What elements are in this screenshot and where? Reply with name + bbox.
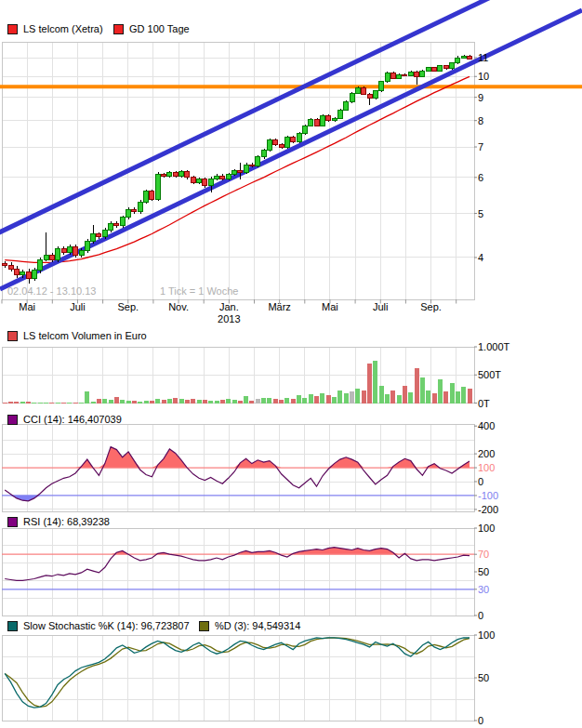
series-swatch-icon bbox=[7, 24, 18, 34]
svg-text:0: 0 bbox=[478, 476, 483, 487]
svg-text:-100: -100 bbox=[478, 490, 498, 501]
legend-gd100: GD 100 Tage bbox=[113, 24, 190, 34]
series-swatch-icon bbox=[199, 621, 209, 631]
svg-text:400: 400 bbox=[478, 420, 495, 431]
svg-text:200: 200 bbox=[478, 448, 495, 459]
stoch-k-line bbox=[5, 638, 470, 708]
svg-text:8: 8 bbox=[478, 115, 483, 126]
series-label: GD 100 Tage bbox=[129, 24, 190, 34]
svg-text:100: 100 bbox=[478, 462, 495, 473]
legend-rsi: RSI (14): 68,39238 bbox=[7, 517, 110, 527]
svg-text:0T: 0T bbox=[478, 398, 490, 409]
series-swatch-icon bbox=[113, 24, 124, 34]
rsi-axis-labels: 1007050300 bbox=[474, 523, 495, 621]
series-swatch-icon bbox=[7, 517, 18, 527]
svg-text:Mai: Mai bbox=[322, 301, 338, 312]
stock-chart-canvas: 1110987654MaiJuliSep.Nov.Jan.MärzMaiJuli… bbox=[0, 0, 582, 728]
legend-stoch-d: %D (3): 94,549314 bbox=[199, 621, 300, 631]
svg-text:0: 0 bbox=[478, 715, 483, 726]
svg-text:11: 11 bbox=[478, 52, 488, 63]
series-label: RSI (14): 68,39238 bbox=[23, 517, 110, 527]
volume-bars bbox=[3, 361, 472, 403]
cci-line bbox=[2, 447, 474, 501]
stochastic-axis-labels: 100500 bbox=[474, 629, 495, 726]
svg-text:9: 9 bbox=[478, 92, 483, 103]
svg-text:Juli: Juli bbox=[70, 301, 86, 312]
volume-axis-labels: 1.000T500T0T bbox=[474, 341, 510, 409]
main-axis-labels: 1110987654MaiJuliSep.Nov.Jan.MärzMaiJuli… bbox=[2, 52, 489, 324]
series-label: Slow Stochastic %K (14): 96,723807 bbox=[23, 621, 190, 631]
svg-text:März: März bbox=[268, 301, 290, 312]
candles-group bbox=[3, 55, 472, 284]
svg-text:70: 70 bbox=[478, 549, 489, 560]
series-label: %D (3): 94,549314 bbox=[215, 621, 300, 631]
svg-text:Nov.: Nov. bbox=[168, 301, 189, 312]
legend-cci: CCI (14): 146,407039 bbox=[7, 415, 122, 425]
svg-text:5: 5 bbox=[478, 208, 483, 219]
stock-chart-page: LS telcom (Xetra) GD 100 Tage LS telcom … bbox=[0, 0, 582, 728]
series-label: CCI (14): 146,407039 bbox=[23, 415, 122, 425]
svg-text:100: 100 bbox=[478, 629, 495, 641]
series-swatch-icon bbox=[7, 621, 18, 631]
svg-text:7: 7 bbox=[478, 141, 483, 152]
legend-volume: LS telcom Volumen in Euro bbox=[7, 331, 147, 341]
svg-text:30: 30 bbox=[478, 584, 489, 595]
series-swatch-icon bbox=[7, 331, 18, 341]
svg-text:50: 50 bbox=[478, 566, 489, 577]
trend-channel-upper bbox=[0, 0, 582, 234]
svg-text:100: 100 bbox=[478, 523, 495, 534]
svg-text:Sep.: Sep. bbox=[420, 301, 442, 312]
stochastic-lines bbox=[5, 638, 470, 708]
svg-text:500T: 500T bbox=[478, 369, 501, 380]
svg-text:50: 50 bbox=[478, 672, 489, 683]
svg-text:2013: 2013 bbox=[218, 313, 240, 324]
series-swatch-icon bbox=[7, 415, 18, 425]
cci-axis-labels: 4002001000-100-200 bbox=[474, 420, 498, 515]
tick-note-label: 1 Tick = 1 Woche bbox=[160, 285, 238, 297]
svg-text:4: 4 bbox=[478, 252, 483, 263]
legend-main-series: LS telcom (Xetra) bbox=[7, 24, 103, 34]
panel-grids bbox=[2, 42, 474, 721]
svg-text:10: 10 bbox=[478, 71, 489, 82]
legend-stoch-k: Slow Stochastic %K (14): 96,723807 bbox=[7, 621, 190, 631]
gd100-line bbox=[5, 76, 470, 262]
svg-text:0: 0 bbox=[478, 610, 483, 621]
svg-text:Jan.: Jan. bbox=[219, 301, 239, 312]
svg-text:1.000T: 1.000T bbox=[478, 341, 510, 352]
series-label: LS telcom Volumen in Euro bbox=[23, 331, 147, 341]
svg-text:Sep.: Sep. bbox=[117, 301, 139, 312]
svg-text:Mai: Mai bbox=[19, 301, 35, 312]
svg-text:6: 6 bbox=[478, 172, 483, 183]
svg-text:-200: -200 bbox=[478, 504, 498, 515]
series-label: LS telcom (Xetra) bbox=[23, 24, 103, 34]
svg-text:Juli: Juli bbox=[373, 301, 389, 312]
date-range-label: 02.04.12 - 13.10.13 bbox=[7, 285, 96, 297]
rsi-line bbox=[2, 548, 474, 589]
